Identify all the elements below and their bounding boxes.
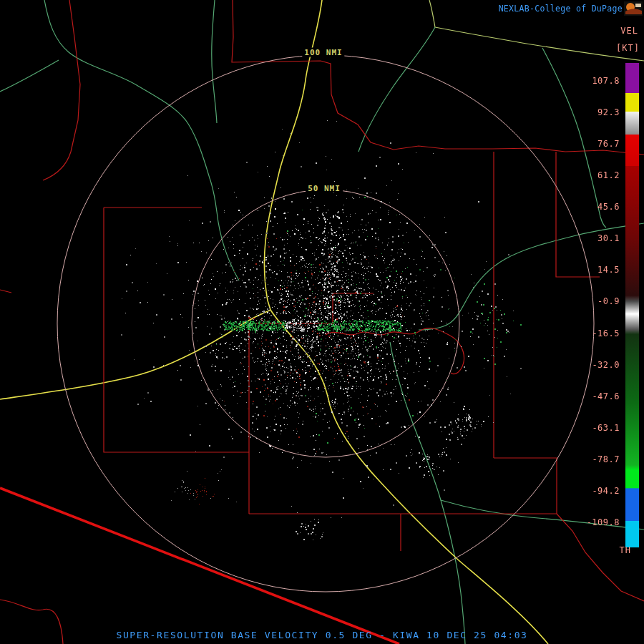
colorbar-title: VEL <box>620 26 638 36</box>
colorbar-tick: -109.8 <box>562 517 620 527</box>
colorbar-threshold-label: TH <box>620 545 631 555</box>
colorbar-tick: 30.1 <box>562 233 620 243</box>
cod-logo <box>624 1 643 16</box>
colorbar-tick: 76.7 <box>562 139 620 149</box>
colorbar-tick: -16.5 <box>562 328 620 338</box>
velocity-colorbar <box>625 63 639 547</box>
product-caption: SUPER-RESOLUTION BASE VELOCITY 0.5 DEG -… <box>116 630 527 640</box>
colorbar-tick: 61.2 <box>562 170 620 180</box>
radar-echo-layer <box>0 0 644 644</box>
colorbar-tick: 45.6 <box>562 202 620 212</box>
colorbar-tick: 107.8 <box>562 76 620 86</box>
colorbar-tick: -47.6 <box>562 391 620 401</box>
colorbar-tick: -94.2 <box>562 486 620 496</box>
colorbar-tick: 14.5 <box>562 265 620 275</box>
colorbar-tick: -78.7 <box>562 454 620 464</box>
colorbar-tick: -0.9 <box>562 296 620 306</box>
attribution-title: NEXLAB-College of DuPage <box>499 4 623 14</box>
colorbar-tick: -63.1 <box>562 423 620 433</box>
colorbar-units: [KT] <box>616 43 640 53</box>
colorbar-tick: -32.0 <box>562 360 620 370</box>
colorbar-tick: 92.3 <box>562 107 620 117</box>
radar-display: 100 NMI50 NMI NEXLAB-College of DuPage V… <box>0 0 644 644</box>
